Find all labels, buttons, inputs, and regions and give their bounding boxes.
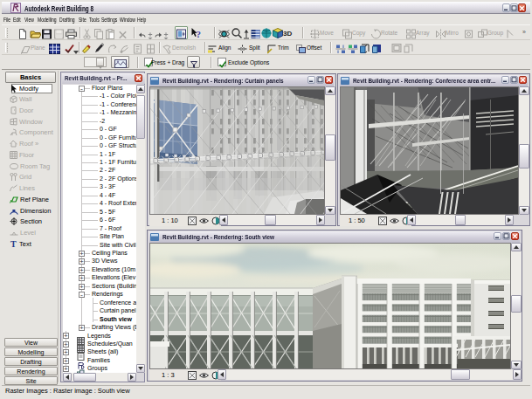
svg-text:T: T bbox=[10, 240, 17, 248]
svg-text:?: ? bbox=[197, 29, 202, 39]
